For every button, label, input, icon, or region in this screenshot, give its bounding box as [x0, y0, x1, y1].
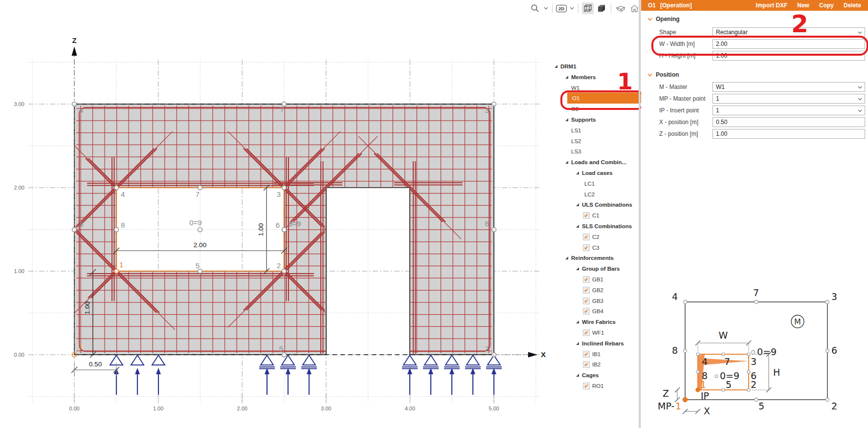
tree-expander-icon[interactable] — [576, 203, 579, 206]
wireframe-view-icon[interactable] — [582, 2, 594, 14]
tree-item-members[interactable]: Members — [552, 72, 596, 82]
tree-item-c1[interactable]: ✔C1 — [552, 211, 600, 220]
tree-expander-icon[interactable] — [576, 225, 579, 228]
tree-checkbox-checked[interactable]: ✔ — [583, 244, 590, 251]
svg-text:2: 2 — [485, 344, 489, 353]
property-input-h[interactable]: 1.00 — [712, 51, 865, 61]
tree-item-ro1[interactable]: ✔RO1 — [552, 381, 604, 391]
import-dxf-button[interactable]: Import DXF — [756, 2, 788, 9]
tree-item-c3[interactable]: ✔C3 — [552, 243, 600, 253]
copy-button[interactable]: Copy — [819, 2, 834, 9]
property-dropdown-ip[interactable]: 1 — [712, 106, 865, 115]
tree-checkbox-checked[interactable]: ✔ — [583, 298, 590, 304]
tree-expander-icon[interactable] — [565, 118, 568, 121]
tree-item-cages[interactable]: Cages — [552, 370, 599, 380]
tree-item-inclined-rebars[interactable]: Inclined Rebars — [552, 339, 624, 348]
tree-item-lc2[interactable]: LC2 — [552, 190, 595, 199]
tree-item-supports[interactable]: Supports — [552, 115, 596, 125]
svg-text:7: 7 — [724, 356, 730, 367]
property-dropdown-mp[interactable]: 1 — [712, 94, 865, 104]
property-label: Shape — [659, 29, 676, 36]
tree-item-c2[interactable]: ✔C2 — [552, 232, 600, 242]
line-supports[interactable] — [110, 355, 502, 395]
tree-expander-icon[interactable] — [565, 76, 568, 79]
tree-item-ls3[interactable]: LS3 — [552, 147, 581, 156]
tree-item-group-of-bars[interactable]: Group of Bars — [552, 264, 620, 274]
tree-item-wf1[interactable]: ✔WF1 — [552, 328, 604, 338]
property-input-x[interactable]: 0.50 — [712, 117, 865, 127]
tree-item-gb4[interactable]: ✔GB4 — [552, 306, 603, 316]
tree-item-ib1[interactable]: ✔IB1 — [552, 349, 601, 359]
tree-item-gb3[interactable]: ✔GB3 — [552, 296, 603, 306]
tree-checkbox-checked[interactable]: ✔ — [583, 308, 590, 315]
tree-item-w1[interactable]: W1 — [552, 83, 579, 93]
tree-item-label: C3 — [592, 245, 600, 251]
section-header-position[interactable]: Position — [647, 71, 679, 78]
tree-checkbox-checked[interactable]: ✔ — [583, 276, 590, 283]
tree-expander-icon[interactable] — [576, 171, 579, 174]
tree-expander-icon[interactable] — [576, 267, 579, 270]
tree-item-gb1[interactable]: ✔GB1 — [552, 275, 603, 284]
tree-item-label: W1 — [571, 85, 579, 91]
view-2d-dropdown-icon[interactable] — [569, 2, 575, 14]
tree-item-ls1[interactable]: LS1 — [552, 126, 581, 135]
tree-item-ib2[interactable]: ✔IB2 — [552, 360, 601, 369]
svg-text:3: 3 — [485, 106, 489, 114]
zoom-dropdown-icon[interactable] — [543, 2, 549, 14]
tree-checkbox-checked[interactable]: ✔ — [583, 329, 590, 336]
property-input-z[interactable]: 1.00 — [712, 129, 865, 139]
tree-expander-icon[interactable] — [565, 257, 568, 259]
section-view-icon[interactable] — [615, 2, 626, 14]
tree-checkbox-checked[interactable]: ✔ — [583, 361, 590, 368]
section-header-opening[interactable]: Opening — [647, 16, 680, 22]
delete-button[interactable]: Delete — [844, 2, 861, 9]
svg-text:2: 2 — [831, 401, 837, 411]
property-panel: O1 [Operation] Import DXFNewCopyDelete O… — [641, 0, 868, 428]
tree-item-sls-combinations[interactable]: SLS Combinations — [552, 221, 632, 231]
tree-expander-icon[interactable] — [565, 161, 568, 164]
tree-item-ls2[interactable]: LS2 — [552, 136, 581, 146]
svg-text:2.00: 2.00 — [14, 185, 24, 191]
tree-item-drm1[interactable]: DRM1 — [552, 62, 577, 71]
tree-item-load-cases[interactable]: Load cases — [552, 168, 613, 178]
tree-checkbox-checked[interactable]: ✔ — [583, 234, 590, 240]
svg-text:W: W — [719, 330, 728, 341]
svg-text:M: M — [794, 317, 801, 326]
tree-checkbox-checked[interactable]: ✔ — [583, 383, 590, 389]
svg-text:H: H — [773, 367, 780, 378]
property-dropdown-shape[interactable]: Rectangular — [712, 27, 865, 37]
tree-item-wire-fabrics[interactable]: Wire Fabrics — [552, 317, 616, 327]
tree-checkbox-checked[interactable]: ✔ — [583, 287, 590, 294]
tree-item-label: LC2 — [584, 192, 595, 197]
tree-checkbox-checked[interactable]: ✔ — [583, 351, 590, 358]
svg-text:0=9: 0=9 — [189, 218, 201, 227]
tree-item-o2[interactable]: O2 — [552, 104, 579, 114]
tree-item-loads-and-combin-[interactable]: Loads and Combin... — [552, 157, 626, 167]
svg-text:8: 8 — [79, 220, 83, 228]
tree-checkbox-checked[interactable]: ✔ — [583, 212, 590, 219]
property-input-w[interactable]: 2.00 — [712, 39, 865, 49]
svg-text:5.00: 5.00 — [489, 406, 499, 411]
tree-item-uls-combinations[interactable]: ULS Combinations — [552, 200, 632, 210]
tree-expander-icon[interactable] — [576, 342, 579, 345]
tree-item-gb2[interactable]: ✔GB2 — [552, 285, 603, 295]
solid-view-icon[interactable] — [596, 2, 607, 14]
x-axis-label: X — [541, 350, 546, 359]
tree-item-lc1[interactable]: LC1 — [552, 179, 595, 189]
wall-drawing: 0.001.002.003.004.005.003.002.001.000.00… — [0, 0, 639, 428]
view-2d-button[interactable]: 2D — [556, 2, 567, 14]
tree-item-label: LS2 — [571, 138, 581, 144]
svg-text:0.00: 0.00 — [69, 406, 79, 411]
tree-expander-icon[interactable] — [576, 321, 579, 323]
property-dropdown-m[interactable]: W1 — [712, 82, 865, 92]
tree-expander-icon[interactable] — [555, 65, 557, 68]
svg-text:X: X — [704, 406, 710, 416]
tree-expander-icon[interactable] — [576, 374, 579, 377]
new-button[interactable]: New — [797, 2, 809, 9]
tree-item-label: RO1 — [592, 383, 604, 389]
zoom-icon[interactable] — [529, 2, 541, 14]
tree-item-reinforcements[interactable]: Reinforcements — [552, 253, 614, 263]
model-canvas[interactable]: 0.001.002.003.004.005.003.002.001.000.00… — [0, 0, 639, 428]
tree-item-label: O2 — [571, 106, 579, 112]
panel-splitter[interactable] — [639, 0, 641, 428]
